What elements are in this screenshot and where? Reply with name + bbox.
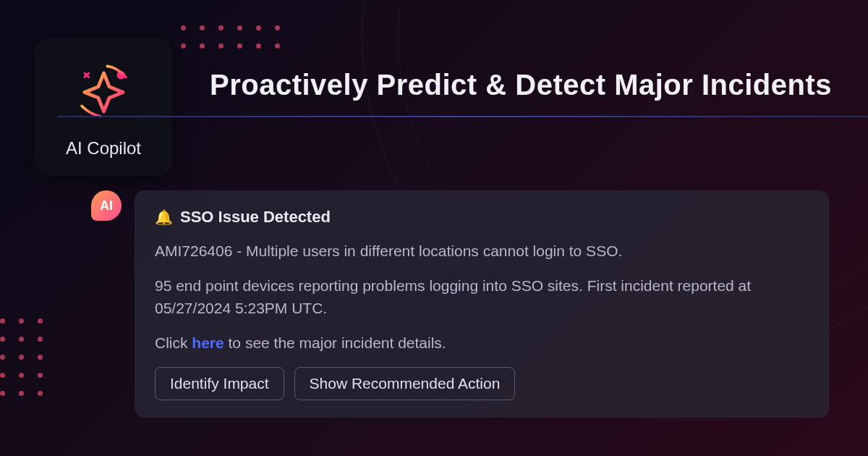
decorative-dots bbox=[0, 318, 43, 396]
decorative-dots bbox=[181, 25, 281, 48]
cta-suffix: to see the major incident details. bbox=[224, 334, 446, 351]
copilot-label: AI Copilot bbox=[66, 138, 141, 159]
message-title: 🔔 SSO Issue Detected bbox=[155, 208, 809, 227]
identify-impact-button[interactable]: Identify Impact bbox=[155, 367, 284, 400]
message-body-line: 95 end point devices reporting problems … bbox=[155, 274, 809, 320]
divider bbox=[58, 116, 868, 117]
details-link[interactable]: here bbox=[192, 334, 224, 351]
copilot-card: AI Copilot bbox=[35, 38, 172, 176]
message-body-line: AMI726406 - Multiple users in different … bbox=[155, 240, 809, 263]
bell-icon: 🔔 bbox=[155, 208, 173, 226]
action-row: Identify Impact Show Recommended Action bbox=[155, 367, 809, 400]
avatar-initials: AI bbox=[100, 198, 113, 214]
message-card: 🔔 SSO Issue Detected AMI726406 - Multipl… bbox=[135, 190, 829, 418]
message-cta-line: Click here to see the major incident det… bbox=[155, 332, 809, 355]
show-recommended-action-button[interactable]: Show Recommended Action bbox=[294, 367, 516, 400]
avatar: AI bbox=[91, 190, 122, 221]
message-title-text: SSO Issue Detected bbox=[180, 208, 331, 227]
page-title: Proactively Predict & Detect Major Incid… bbox=[210, 69, 832, 101]
chat-message-row: AI 🔔 SSO Issue Detected AMI726406 - Mult… bbox=[91, 190, 829, 418]
cta-prefix: Click bbox=[155, 334, 192, 351]
